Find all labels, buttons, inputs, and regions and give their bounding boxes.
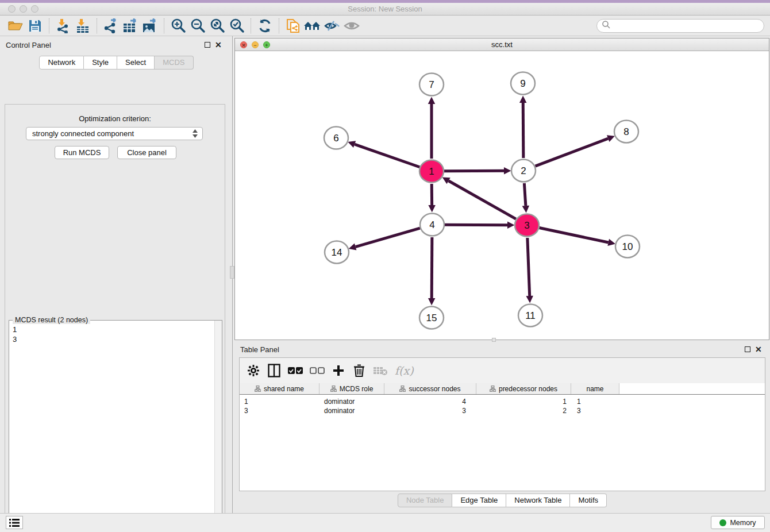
close-panel-icon[interactable]: ✕ <box>215 42 222 48</box>
open-session-icon[interactable] <box>6 17 25 34</box>
search-box[interactable] <box>596 19 764 33</box>
import-network-icon[interactable] <box>53 17 73 34</box>
node-4[interactable]: 4 <box>420 214 444 236</box>
cell-successor-nodes[interactable]: 4 <box>384 397 476 406</box>
node-8[interactable]: 8 <box>614 121 638 143</box>
window-resize-handle[interactable] <box>492 338 496 342</box>
node-15[interactable]: 15 <box>419 307 444 329</box>
edge-4-14[interactable] <box>356 228 420 246</box>
task-history-button[interactable] <box>6 516 23 529</box>
float-panel-icon[interactable] <box>205 42 210 48</box>
cell-MCDS-role[interactable]: dominator <box>319 406 384 415</box>
delete-column-icon[interactable] <box>352 363 366 379</box>
import-table-icon[interactable] <box>73 17 93 34</box>
edge-4-15[interactable] <box>432 237 432 298</box>
split-columns-icon[interactable] <box>267 363 281 379</box>
edge-1-6[interactable] <box>355 144 419 167</box>
export-table-icon[interactable] <box>121 17 140 34</box>
node-1[interactable]: 1 <box>419 160 444 183</box>
column-header-MCDS-role[interactable]: MCDS role <box>319 383 384 394</box>
float-table-panel-icon[interactable] <box>745 346 750 352</box>
table-settings-icon[interactable] <box>247 363 260 379</box>
run-mcds-button[interactable]: Run MCDS <box>55 146 109 159</box>
node-2[interactable]: 2 <box>511 160 536 182</box>
toggle-visibility-icon[interactable] <box>322 17 342 34</box>
zoom-selected-icon[interactable] <box>227 17 247 34</box>
zoom-in-icon[interactable] <box>168 17 188 34</box>
node-7[interactable]: 7 <box>419 74 444 96</box>
memory-button[interactable]: Memory <box>711 516 765 529</box>
edge-3-11[interactable] <box>528 238 530 296</box>
cell-predecessor-nodes[interactable]: 1 <box>476 397 571 406</box>
memory-label: Memory <box>730 519 756 527</box>
column-header-name[interactable]: name <box>571 383 619 394</box>
node-10[interactable]: 10 <box>615 236 640 258</box>
preview-icon <box>342 17 361 34</box>
close-window-button[interactable] <box>8 5 16 13</box>
save-session-icon[interactable] <box>25 17 45 34</box>
column-tree-icon <box>490 385 496 392</box>
edge-2-8[interactable] <box>536 138 609 166</box>
zoom-window-button[interactable] <box>31 5 38 13</box>
network-window-titlebar[interactable]: ✕ − + scc.txt <box>235 38 769 51</box>
deselect-all-checkboxes-icon[interactable] <box>310 363 325 379</box>
select-all-checkboxes-icon[interactable] <box>288 363 303 379</box>
mcds-panel: Optimization criterion: strongly connect… <box>5 104 225 532</box>
cell-name[interactable]: 1 <box>571 397 619 406</box>
tab-select[interactable]: Select <box>117 56 155 70</box>
edge-2-9[interactable] <box>523 103 523 158</box>
export-network-icon[interactable] <box>101 17 121 34</box>
network-graph-canvas[interactable]: 7968124314101511 <box>235 51 769 340</box>
tab-node-table[interactable]: Node Table <box>398 494 453 507</box>
zoom-fit-icon[interactable] <box>207 17 227 34</box>
tab-motifs[interactable]: Motifs <box>570 494 607 507</box>
minimize-window-button[interactable] <box>20 5 27 13</box>
clone-network-icon[interactable] <box>283 17 303 34</box>
table-row[interactable]: 3dominator323 <box>240 406 765 415</box>
svg-text:10: 10 <box>622 241 633 252</box>
cell-name[interactable]: 3 <box>571 406 619 415</box>
tab-network-table[interactable]: Network Table <box>506 494 570 507</box>
edge-4-3[interactable] <box>445 225 507 225</box>
tab-style[interactable]: Style <box>84 56 117 70</box>
edge-1-2[interactable] <box>444 171 504 171</box>
cell-shared-name[interactable]: 3 <box>240 406 319 415</box>
column-header-shared-name[interactable]: shared name <box>240 383 319 394</box>
cell-MCDS-role[interactable]: dominator <box>319 397 384 406</box>
close-table-panel-icon[interactable]: ✕ <box>755 346 762 352</box>
panel-splitter-handle[interactable] <box>230 266 234 279</box>
mcds-result-text[interactable]: 1 3 <box>9 322 214 532</box>
toolbar-separator <box>164 18 164 33</box>
node-11[interactable]: 11 <box>518 304 542 327</box>
edge-3-1[interactable] <box>449 181 516 219</box>
minimize-network-button[interactable]: − <box>252 41 259 48</box>
column-header-successor-nodes[interactable]: successor nodes <box>384 383 476 394</box>
node-3[interactable]: 3 <box>515 214 539 237</box>
node-14[interactable]: 14 <box>325 241 349 264</box>
close-network-button[interactable]: ✕ <box>240 41 247 48</box>
close-panel-button[interactable]: Close panel <box>117 146 176 159</box>
node-9[interactable]: 9 <box>511 72 535 95</box>
create-column-icon[interactable] <box>332 363 345 379</box>
refresh-network-icon[interactable] <box>255 17 275 34</box>
column-header-predecessor-nodes[interactable]: predecessor nodes <box>476 383 571 394</box>
cell-successor-nodes[interactable]: 3 <box>384 406 476 415</box>
table-row[interactable]: 1dominator411 <box>240 397 765 406</box>
svg-text:8: 8 <box>623 126 629 137</box>
cell-predecessor-nodes[interactable]: 2 <box>476 406 571 415</box>
node-6[interactable]: 6 <box>324 127 348 149</box>
criterion-dropdown[interactable]: strongly connected component <box>26 127 203 140</box>
export-image-icon[interactable] <box>140 17 160 34</box>
tab-network[interactable]: Network <box>39 56 84 70</box>
home-icon[interactable] <box>303 17 322 34</box>
edge-2-3[interactable] <box>524 183 525 206</box>
cell-shared-name[interactable]: 1 <box>240 397 319 406</box>
tab-edge-table[interactable]: Edge Table <box>452 494 506 507</box>
edge-3-10[interactable] <box>540 228 609 242</box>
svg-text:7: 7 <box>429 79 434 90</box>
tab-mcds[interactable]: MCDS <box>155 56 193 70</box>
result-scrollbar[interactable] <box>214 321 222 532</box>
search-input[interactable] <box>611 20 764 32</box>
maximize-network-button[interactable]: + <box>263 41 270 48</box>
zoom-out-icon[interactable] <box>188 17 207 34</box>
